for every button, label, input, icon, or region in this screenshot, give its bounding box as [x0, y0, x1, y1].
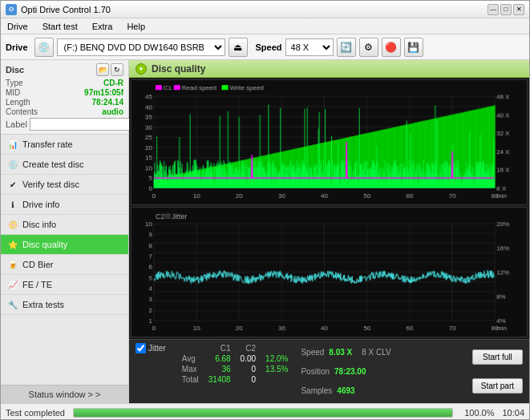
speed-label: Speed: [256, 42, 282, 52]
stats-jitter-value: 13.5%: [261, 364, 293, 374]
disc-info-icon: 📀: [7, 219, 18, 230]
disc-length-value: 78:24.14: [92, 98, 123, 107]
eject-button[interactable]: ⏏: [229, 38, 248, 57]
progress-bar-container: [73, 408, 453, 418]
stats-c1-value: 36: [204, 364, 236, 374]
status-time: 10:04: [502, 408, 524, 418]
c2-canvas: [131, 208, 527, 337]
minimize-button[interactable]: —: [488, 4, 499, 15]
start-part-button[interactable]: Start part: [472, 378, 523, 394]
create-test-disc-label: Create test disc: [22, 160, 83, 169]
disc-length-row: Length 78:24.14: [6, 98, 123, 107]
menu-start-test[interactable]: Start test: [39, 20, 81, 33]
menu-extra[interactable]: Extra: [89, 20, 116, 33]
sidebar-item-fe-te[interactable]: 📈FE / TE: [1, 275, 128, 295]
status-text: Test completed: [6, 408, 65, 418]
disc-refresh-button[interactable]: ↻: [111, 63, 123, 76]
col-c1: C1: [204, 343, 236, 353]
transfer-rate-icon: 📊: [7, 139, 18, 150]
sidebar-item-disc-info[interactable]: 📀Disc info: [1, 215, 128, 235]
stats-table: C1 C2 Avg6.680.0012.0%Max36013.5%Total31…: [177, 343, 293, 400]
disc-label-label: Label: [6, 119, 27, 129]
disc-quality-icon: ⭐: [7, 239, 18, 250]
maximize-button[interactable]: □: [500, 4, 512, 15]
drive-info-label: Drive info: [22, 200, 59, 209]
drive-label: Drive: [6, 42, 28, 52]
disc-contents-row: Contents audio: [6, 107, 123, 116]
stats-row-avg: Avg6.680.0012.0%: [177, 353, 293, 364]
content-area: ● Disc quality Jitter: [129, 60, 529, 403]
c1-chart: [131, 79, 528, 205]
disc-panel: Disc 📂 ↻ Type CD-R MID 97m15:05f Length …: [1, 60, 128, 135]
disc-quality-icon: ●: [136, 63, 147, 75]
speed-mode: 8 X CLV: [362, 348, 391, 357]
disc-open-button[interactable]: 📂: [96, 63, 109, 76]
position-label: Position: [301, 367, 330, 376]
sidebar-item-extra-tests[interactable]: 🔧Extra tests: [1, 295, 128, 315]
sidebar-item-create-test-disc[interactable]: 💿Create test disc: [1, 155, 128, 175]
speed-stats: Speed 8.03 X 8 X CLV Position 78:23.00 S…: [301, 343, 390, 400]
speed-select[interactable]: 48 X: [285, 38, 334, 56]
save-button[interactable]: 💾: [404, 38, 423, 57]
speed-stat-label: Speed: [301, 348, 324, 357]
cd-bier-icon: 🍺: [7, 259, 18, 270]
jitter-checkbox-area[interactable]: Jitter: [136, 343, 166, 353]
main-area: Disc 📂 ↻ Type CD-R MID 97m15:05f Length …: [1, 60, 529, 403]
drive-select[interactable]: (F:) BENQ DVD DD DW1640 BSRB: [57, 38, 225, 56]
disc-mid-label: MID: [6, 88, 20, 97]
titlebar: O Opti Drive Control 1.70 — □ ✕: [1, 1, 529, 18]
speed-row: Speed 8.03 X 8 X CLV: [301, 348, 390, 357]
create-test-disc-icon: 💿: [7, 159, 18, 170]
menu-help[interactable]: Help: [123, 20, 148, 33]
verify-test-disc-icon: ✔: [7, 179, 18, 190]
titlebar-left: O Opti Drive Control 1.70: [6, 4, 111, 15]
sidebar-item-transfer-rate[interactable]: 📊Transfer rate: [1, 135, 128, 155]
disc-quality-header: ● Disc quality: [129, 60, 529, 78]
stats-c1-value: 6.68: [204, 353, 236, 364]
progress-percent: 100.0%: [464, 408, 494, 418]
col-c2: C2: [236, 343, 261, 353]
jitter-check-area: Jitter: [136, 343, 166, 400]
stats-row-max: Max36013.5%: [177, 364, 293, 374]
stats-row-label: Avg: [177, 353, 204, 364]
stats-c1-value: 31408: [204, 374, 236, 385]
start-full-button[interactable]: Start full: [472, 349, 523, 365]
sidebar-item-disc-quality[interactable]: ⭐Disc quality: [1, 235, 128, 255]
cd-bier-label: CD Bier: [22, 260, 54, 269]
jitter-checkbox[interactable]: [136, 343, 146, 353]
stats-row-label: Max: [177, 364, 204, 374]
menu-drive[interactable]: Drive: [4, 20, 31, 33]
stats-c2-value: 0.00: [236, 353, 261, 364]
status-window-button[interactable]: Status window > >: [1, 385, 128, 403]
c1-canvas: [131, 80, 527, 204]
disc-quality-title: Disc quality: [152, 63, 205, 75]
titlebar-buttons: — □ ✕: [488, 4, 524, 15]
stats-jitter-value: [261, 374, 293, 385]
samples-row: Samples 4693: [301, 386, 390, 395]
extra-tests-icon: 🔧: [7, 299, 18, 310]
drive-icon-button[interactable]: 💿: [34, 38, 54, 57]
sidebar-item-cd-bier[interactable]: 🍺CD Bier: [1, 255, 128, 275]
nav-items: 📊Transfer rate💿Create test disc✔Verify t…: [1, 135, 128, 315]
stats-bar: Jitter C1 C2 Avg6.680.0012.0%Max36013.5%…: [129, 339, 529, 403]
burn-button[interactable]: 🔴: [382, 38, 401, 57]
disc-label-input[interactable]: [30, 118, 136, 131]
app-title: Opti Drive Control 1.70: [21, 5, 111, 14]
refresh-button[interactable]: 🔄: [337, 38, 356, 57]
samples-label: Samples: [301, 386, 332, 395]
speed-stat-value: 8.03 X: [329, 348, 352, 357]
disc-info-label: Disc info: [22, 220, 56, 229]
extra-tests-label: Extra tests: [22, 300, 64, 309]
sidebar-item-drive-info[interactable]: ℹDrive info: [1, 195, 128, 215]
action-buttons: Start full Start part: [472, 343, 523, 400]
close-button[interactable]: ✕: [513, 4, 524, 15]
sidebar-item-verify-test-disc[interactable]: ✔Verify test disc: [1, 175, 128, 195]
verify-test-disc-label: Verify test disc: [22, 180, 79, 189]
transfer-rate-label: Transfer rate: [22, 139, 73, 149]
toolbar: Drive 💿 (F:) BENQ DVD DD DW1640 BSRB ⏏ S…: [1, 34, 529, 60]
app-icon: O: [6, 4, 17, 15]
settings-button[interactable]: ⚙: [359, 38, 378, 57]
disc-mid-value: 97m15:05f: [84, 88, 123, 97]
disc-type-label: Type: [6, 79, 23, 87]
disc-title: Disc: [6, 65, 24, 75]
